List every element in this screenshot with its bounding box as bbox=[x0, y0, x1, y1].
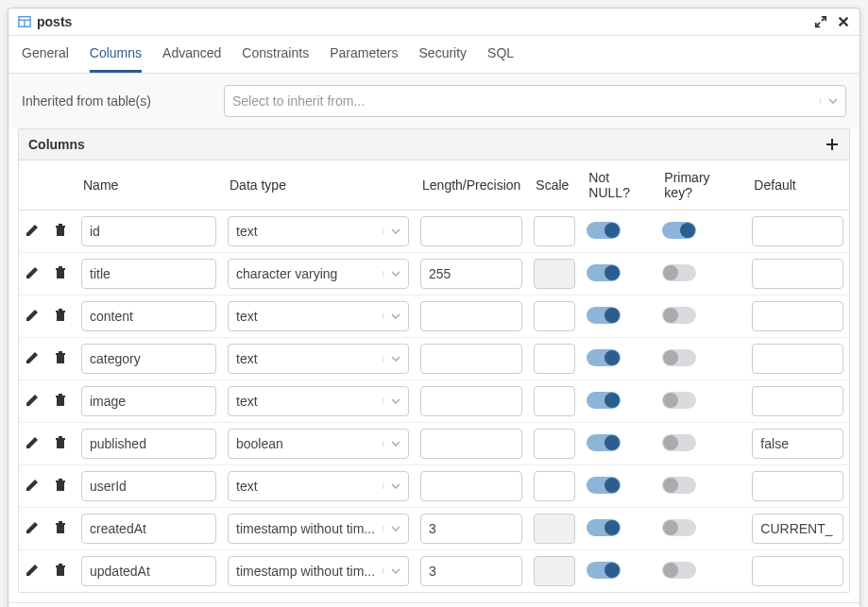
datatype-select[interactable]: boolean bbox=[228, 429, 409, 459]
scale-input[interactable] bbox=[534, 386, 575, 416]
edit-icon[interactable] bbox=[25, 223, 42, 240]
default-input[interactable] bbox=[752, 386, 843, 416]
length-input[interactable] bbox=[420, 429, 522, 459]
edit-icon[interactable] bbox=[25, 393, 42, 410]
scale-input[interactable] bbox=[534, 216, 575, 246]
inherit-select[interactable]: Select to inherit from... bbox=[224, 85, 846, 117]
notnull-toggle[interactable] bbox=[587, 477, 621, 494]
pk-toggle[interactable] bbox=[662, 392, 696, 409]
pk-toggle[interactable] bbox=[662, 434, 696, 451]
svg-rect-7 bbox=[56, 268, 65, 270]
length-input[interactable] bbox=[420, 471, 522, 501]
default-input[interactable] bbox=[752, 429, 843, 459]
tab-sql[interactable]: SQL bbox=[487, 45, 514, 73]
length-input[interactable] bbox=[420, 386, 522, 416]
pk-toggle[interactable] bbox=[662, 477, 696, 494]
chevron-down-icon bbox=[383, 228, 408, 234]
notnull-toggle[interactable] bbox=[587, 264, 621, 281]
length-input[interactable] bbox=[420, 216, 522, 246]
datatype-select[interactable]: timestamp without tim... bbox=[228, 556, 409, 586]
edit-icon[interactable] bbox=[25, 435, 42, 452]
column-name-input[interactable] bbox=[81, 471, 216, 501]
column-name-input[interactable] bbox=[81, 259, 216, 289]
column-name-input[interactable] bbox=[81, 514, 216, 544]
svg-rect-29 bbox=[59, 564, 62, 565]
pk-toggle[interactable] bbox=[662, 264, 696, 281]
edit-icon[interactable] bbox=[25, 308, 42, 325]
column-name-input[interactable] bbox=[81, 386, 216, 416]
datatype-select[interactable]: text bbox=[228, 344, 409, 374]
svg-rect-6 bbox=[57, 270, 64, 278]
notnull-toggle[interactable] bbox=[587, 392, 621, 409]
maximize-icon[interactable] bbox=[814, 15, 827, 28]
length-input[interactable] bbox=[420, 514, 522, 544]
add-column-button[interactable] bbox=[825, 137, 840, 152]
scale-input[interactable] bbox=[534, 301, 575, 331]
column-name-input[interactable] bbox=[81, 556, 216, 586]
length-input[interactable] bbox=[420, 344, 522, 374]
length-input[interactable] bbox=[420, 301, 522, 331]
delete-icon[interactable] bbox=[53, 478, 70, 495]
pk-toggle[interactable] bbox=[662, 519, 696, 536]
svg-rect-12 bbox=[57, 355, 64, 363]
notnull-toggle[interactable] bbox=[587, 519, 621, 536]
tab-columns[interactable]: Columns bbox=[90, 45, 142, 73]
default-input[interactable] bbox=[752, 556, 843, 586]
datatype-select[interactable]: character varying bbox=[228, 259, 409, 289]
datatype-select[interactable]: text bbox=[228, 386, 409, 416]
notnull-toggle[interactable] bbox=[587, 434, 621, 451]
edit-icon[interactable] bbox=[25, 520, 42, 537]
length-input[interactable] bbox=[420, 556, 522, 586]
datatype-select[interactable]: text bbox=[228, 471, 409, 501]
edit-icon[interactable] bbox=[25, 478, 42, 495]
tab-constraints[interactable]: Constraints bbox=[242, 45, 309, 73]
edit-icon[interactable] bbox=[25, 563, 42, 580]
default-input[interactable] bbox=[752, 216, 843, 246]
datatype-select[interactable]: text bbox=[228, 301, 409, 331]
default-input[interactable] bbox=[752, 259, 843, 289]
delete-icon[interactable] bbox=[53, 350, 70, 367]
column-name-input[interactable] bbox=[81, 429, 216, 459]
pk-toggle[interactable] bbox=[662, 307, 696, 324]
datatype-select[interactable]: timestamp without tim... bbox=[228, 514, 409, 544]
tab-security[interactable]: Security bbox=[419, 45, 468, 73]
tab-advanced[interactable]: Advanced bbox=[162, 45, 221, 73]
svg-rect-15 bbox=[57, 397, 64, 406]
default-input[interactable] bbox=[752, 514, 843, 544]
delete-icon[interactable] bbox=[53, 393, 70, 410]
edit-icon[interactable] bbox=[25, 350, 42, 367]
delete-icon[interactable] bbox=[53, 308, 70, 325]
tab-parameters[interactable]: Parameters bbox=[330, 45, 398, 73]
default-input[interactable] bbox=[752, 344, 843, 374]
notnull-toggle[interactable] bbox=[587, 562, 621, 579]
delete-icon[interactable] bbox=[53, 435, 70, 452]
column-name-input[interactable] bbox=[81, 301, 216, 331]
tab-general[interactable]: General bbox=[22, 45, 69, 73]
delete-icon[interactable] bbox=[53, 520, 70, 537]
default-input[interactable] bbox=[752, 301, 843, 331]
svg-rect-9 bbox=[57, 312, 64, 321]
pk-toggle[interactable] bbox=[662, 349, 696, 366]
inherit-row: Inherited from table(s) Select to inheri… bbox=[9, 74, 859, 128]
columns-section-header: Columns bbox=[19, 129, 849, 160]
notnull-toggle[interactable] bbox=[587, 349, 621, 366]
datatype-select[interactable]: text bbox=[228, 216, 409, 246]
pk-toggle[interactable] bbox=[662, 222, 696, 239]
length-input[interactable] bbox=[420, 259, 522, 289]
close-icon[interactable] bbox=[837, 15, 850, 28]
column-name-input[interactable] bbox=[81, 344, 216, 374]
notnull-toggle[interactable] bbox=[587, 307, 621, 324]
delete-icon[interactable] bbox=[53, 563, 70, 580]
columns-table: Name Data type Length/Precision Scale No… bbox=[19, 160, 849, 592]
scale-input[interactable] bbox=[534, 344, 575, 374]
delete-icon[interactable] bbox=[53, 265, 70, 282]
delete-icon[interactable] bbox=[53, 223, 70, 240]
default-input[interactable] bbox=[752, 471, 843, 501]
edit-icon[interactable] bbox=[25, 265, 42, 282]
pk-toggle[interactable] bbox=[662, 562, 696, 579]
scale-input[interactable] bbox=[534, 429, 575, 459]
notnull-toggle[interactable] bbox=[587, 222, 621, 239]
scale-input[interactable] bbox=[534, 471, 575, 501]
svg-rect-21 bbox=[57, 482, 64, 491]
column-name-input[interactable] bbox=[81, 216, 216, 246]
